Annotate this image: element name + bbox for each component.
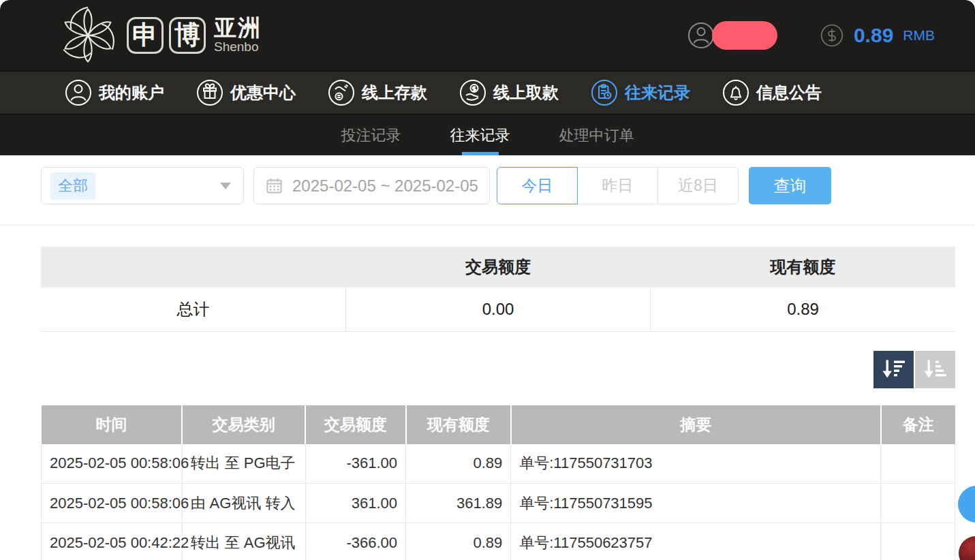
- bell-icon: [722, 79, 749, 106]
- dollar-coin-icon: [820, 23, 844, 48]
- cell-time: 2025-02-05 00:58:06: [42, 444, 183, 484]
- col-header-balance: 现有额度: [406, 405, 511, 444]
- tab-betting-records[interactable]: 投注记录: [341, 115, 401, 155]
- table-row: 2025-02-05 00:58:06 转出 至 PG电子 -361.00 0.…: [42, 444, 955, 484]
- brand-char-box: 申: [127, 17, 164, 54]
- nav-label: 往来记录: [625, 82, 690, 104]
- records-table: 时间 交易类别 交易额度 现有额度 摘要 备注 2025-02-05 00:58…: [41, 405, 955, 560]
- nav-item-transaction-records[interactable]: 往来记录: [591, 79, 690, 106]
- cell-summary: 单号:117550731703: [511, 444, 881, 484]
- cell-time: 2025-02-05 00:58:06: [42, 484, 183, 523]
- username-redaction: [712, 21, 777, 50]
- cell-type: 由 AG视讯 转入: [182, 484, 305, 523]
- today-button[interactable]: 今日: [497, 167, 578, 204]
- balance-currency: RMB: [903, 27, 935, 44]
- chevron-down-icon: [220, 183, 231, 189]
- cell-balance: 0.89: [406, 444, 511, 484]
- nav-label: 线上取款: [493, 82, 559, 104]
- balance-area[interactable]: 0.89 RMB: [820, 23, 935, 48]
- tab-label: 投注记录: [341, 125, 401, 146]
- main-nav: 我的账户 优惠中心 线上存款: [0, 70, 975, 114]
- cell-summary: 单号:117550731595: [511, 484, 881, 523]
- cell-note: [881, 484, 955, 523]
- yesterday-button[interactable]: 昨日: [577, 167, 658, 204]
- cell-amount: 361.00: [305, 484, 406, 523]
- cell-time: 2025-02-05 00:42:22: [42, 523, 183, 560]
- tab-label: 往来记录: [450, 125, 510, 146]
- shenbo-flower-logo-icon: [56, 3, 120, 67]
- content: 全部 2025-02-05 ~ 2025-02-05: [0, 155, 975, 560]
- balance-amount: 0.89: [854, 24, 893, 47]
- col-header-time: 时间: [42, 405, 183, 444]
- summary-header-row: 交易额度 现有额度: [41, 247, 955, 287]
- summary-table: 交易额度 现有额度 总计 0.00 0.89: [41, 247, 955, 332]
- summary-transaction-total: 0.00: [345, 287, 650, 331]
- range-label: 今日: [522, 175, 553, 196]
- date-range-input[interactable]: 2025-02-05 ~ 2025-02-05: [253, 167, 490, 204]
- col-header-type: 交易类别: [182, 405, 305, 444]
- deposit-icon: [328, 79, 355, 106]
- filters-strip: 全部 2025-02-05 ~ 2025-02-05: [0, 155, 975, 225]
- sort-descending-button[interactable]: [873, 351, 914, 388]
- query-button[interactable]: 查询: [749, 167, 831, 204]
- last-8-days-button[interactable]: 近8日: [657, 167, 739, 204]
- user-icon: [65, 79, 92, 106]
- nav-item-withdraw[interactable]: 线上取款: [459, 79, 559, 106]
- cell-amount: -366.00: [305, 523, 406, 560]
- summary-header-empty: [41, 247, 345, 287]
- summary-total-label: 总计: [41, 287, 345, 331]
- nav-item-deposit[interactable]: 线上存款: [328, 79, 427, 106]
- tab-pending-orders[interactable]: 处理中订单: [559, 115, 634, 155]
- range-label: 昨日: [602, 175, 634, 196]
- table-row: 2025-02-05 00:58:06 由 AG视讯 转入 361.00 361…: [42, 484, 955, 523]
- gift-icon: [196, 79, 223, 106]
- nav-label: 线上存款: [362, 82, 427, 104]
- sort-descending-icon: [882, 359, 906, 379]
- nav-item-promotions[interactable]: 优惠中心: [196, 79, 296, 106]
- nav-label: 我的账户: [99, 82, 164, 104]
- user-avatar-icon: [687, 22, 715, 49]
- table-row: 2025-02-05 00:42:22 转出 至 AG视讯 -366.00 0.…: [42, 523, 955, 560]
- cell-type: 转出 至 AG视讯: [182, 523, 305, 560]
- cell-note: [881, 523, 955, 560]
- cell-summary: 单号:117550623757: [511, 523, 881, 560]
- calendar-icon: [265, 176, 283, 195]
- withdraw-icon: [459, 79, 486, 106]
- nav-label: 信息公告: [756, 82, 822, 104]
- range-label: 近8日: [678, 175, 718, 196]
- cell-balance: 361.89: [406, 484, 511, 523]
- summary-total-row: 总计 0.00 0.89: [41, 287, 955, 331]
- cell-type: 转出 至 PG电子: [182, 444, 305, 484]
- records-icon: [591, 79, 618, 106]
- tab-label: 处理中订单: [559, 125, 634, 146]
- sort-controls: [41, 351, 955, 388]
- cell-balance: 0.89: [406, 523, 511, 560]
- nav-label: 优惠中心: [230, 82, 296, 104]
- nav-item-my-account[interactable]: 我的账户: [65, 79, 164, 106]
- tab-transaction-records[interactable]: 往来记录: [450, 115, 510, 155]
- sort-ascending-icon: [923, 359, 948, 379]
- page: 申 博 亚洲 Shenbo 0.89: [0, 0, 975, 560]
- site-header: 申 博 亚洲 Shenbo 0.89: [0, 0, 975, 70]
- user-account-area[interactable]: [687, 21, 777, 50]
- nav-item-announcements[interactable]: 信息公告: [722, 79, 822, 106]
- summary-balance-total: 0.89: [651, 287, 955, 331]
- brand-subtitle: Shenbo: [214, 40, 262, 55]
- brand-logo[interactable]: 申 博 亚洲 Shenbo: [56, 3, 262, 67]
- col-header-amount: 交易额度: [305, 405, 406, 444]
- cell-note: [881, 444, 955, 484]
- brand-char-box: 博: [169, 17, 206, 54]
- brand-region-text: 亚洲: [214, 16, 262, 40]
- record-tabs: 投注记录 往来记录 处理中订单: [0, 114, 975, 155]
- cell-amount: -361.00: [305, 444, 406, 484]
- summary-header-transaction: 交易额度: [345, 247, 650, 287]
- category-select[interactable]: 全部: [41, 167, 244, 204]
- sort-ascending-button[interactable]: [915, 351, 955, 388]
- date-range-value: 2025-02-05 ~ 2025-02-05: [292, 176, 478, 196]
- quick-range-group: 今日 昨日 近8日: [497, 167, 739, 204]
- col-header-note: 备注: [881, 405, 955, 444]
- col-header-summary: 摘要: [511, 405, 881, 444]
- category-selected-chip: 全部: [50, 172, 95, 200]
- records-header-row: 时间 交易类别 交易额度 现有额度 摘要 备注: [42, 405, 955, 444]
- summary-header-balance: 现有额度: [651, 247, 955, 287]
